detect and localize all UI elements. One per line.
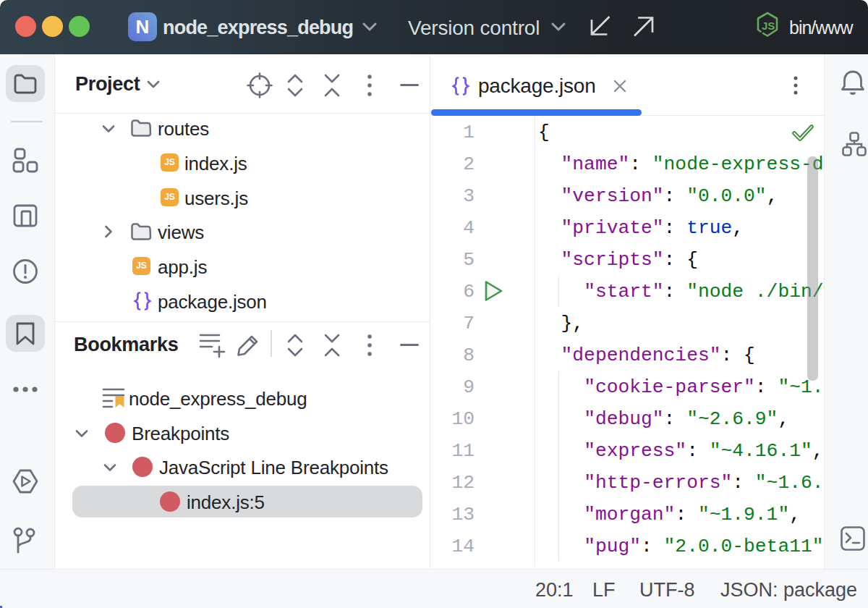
svg-text:JS: JS [762,20,775,32]
